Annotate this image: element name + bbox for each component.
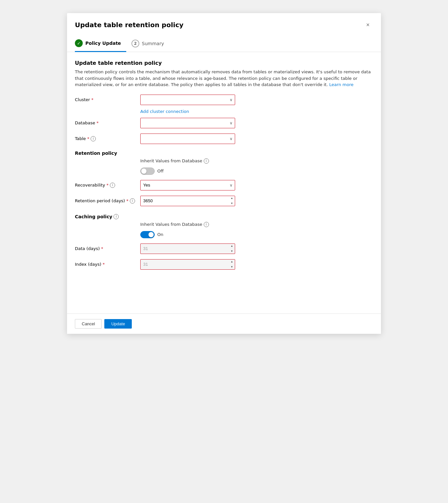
retention-inherit-label: Inherit Values from Database i — [140, 158, 209, 164]
dialog: Update table retention policy × ✓ Policy… — [67, 13, 381, 334]
retention-policy-section: Retention policy Inherit Values from Dat… — [75, 151, 373, 206]
table-dropdown-wrapper: ∨ — [140, 134, 235, 144]
data-days-spinners: ▲ ▼ — [230, 243, 234, 254]
add-cluster-link[interactable]: Add cluster connection — [140, 109, 189, 114]
retention-title-row: Retention policy — [75, 151, 373, 156]
caching-policy-title: Caching policy i — [75, 214, 140, 219]
caching-inherit-info-icon: i — [204, 222, 209, 227]
step-summary-num: 2 — [131, 40, 139, 47]
cluster-row: Cluster * ∨ — [75, 95, 373, 105]
retention-toggle-label: Off — [157, 169, 164, 173]
dialog-title: Update table retention policy — [75, 21, 183, 29]
caching-toggle-track[interactable] — [140, 231, 155, 238]
index-days-row: Index (days) * ▲ ▼ — [75, 259, 373, 270]
retention-period-wrapper: ▲ ▼ — [140, 196, 235, 206]
retention-inherit-row: Inherit Values from Database i — [75, 158, 373, 164]
step-policy-update[interactable]: ✓ Policy Update — [75, 35, 126, 52]
table-required: * — [87, 136, 90, 141]
data-days-input[interactable] — [140, 243, 235, 254]
database-row: Database * ∨ — [75, 118, 373, 128]
wizard-steps: ✓ Policy Update 2 Summary — [67, 35, 381, 52]
caching-title-row: Caching policy i — [75, 214, 373, 219]
update-button[interactable]: Update — [104, 319, 132, 329]
caching-inherit-row: Inherit Values from Database i — [75, 222, 373, 227]
index-days-wrapper: ▲ ▼ — [140, 259, 235, 270]
caching-toggle-row: On — [75, 231, 373, 238]
retention-period-input[interactable] — [140, 196, 235, 206]
add-cluster-row: Add cluster connection — [75, 108, 373, 114]
retention-toggle-track[interactable] — [140, 168, 155, 175]
index-days-required: * — [103, 262, 105, 267]
learn-more-link[interactable]: Learn more — [329, 82, 353, 87]
retention-period-label: Retention period (days) * i — [75, 198, 140, 204]
table-info-icon: i — [91, 136, 96, 141]
retention-toggle-row: Off — [75, 168, 373, 175]
step-check-icon: ✓ — [75, 39, 83, 47]
retention-period-required: * — [126, 198, 129, 203]
cancel-button[interactable]: Cancel — [75, 319, 102, 329]
index-days-input[interactable] — [140, 259, 235, 270]
retention-period-up[interactable]: ▲ — [230, 196, 234, 201]
recoverability-dropdown-wrapper: Yes ∨ — [140, 180, 235, 190]
retention-period-info-icon: i — [130, 198, 135, 204]
retention-toggle[interactable] — [140, 168, 155, 175]
cluster-label: Cluster * — [75, 97, 140, 102]
table-row: Table * i ∨ — [75, 134, 373, 144]
caching-inherit-label: Inherit Values from Database i — [140, 222, 209, 227]
cluster-dropdown-wrapper: ∨ — [140, 95, 235, 105]
table-input[interactable] — [140, 134, 235, 144]
recoverability-info-icon: i — [110, 183, 115, 188]
database-required: * — [96, 120, 99, 125]
content: Update table retention policy The retent… — [67, 52, 381, 270]
index-days-up: ▲ — [230, 259, 234, 264]
dialog-footer: Cancel Update — [67, 314, 381, 334]
data-days-label: Data (days) * — [75, 246, 140, 251]
retention-period-spinners: ▲ ▼ — [230, 196, 234, 206]
data-days-wrapper: ▲ ▼ — [140, 243, 235, 254]
cluster-required: * — [91, 97, 94, 102]
step-summary-label: Summary — [142, 41, 164, 46]
retention-period-down[interactable]: ▼ — [230, 201, 234, 206]
caching-policy-info-icon: i — [113, 214, 119, 219]
database-dropdown-wrapper: ∨ — [140, 118, 235, 128]
caching-toggle-label: On — [157, 232, 163, 237]
data-days-up: ▲ — [230, 243, 234, 249]
index-days-label: Index (days) * — [75, 262, 140, 267]
index-days-down: ▼ — [230, 264, 234, 270]
data-days-required: * — [101, 246, 103, 251]
index-days-spinners: ▲ ▼ — [230, 259, 234, 270]
close-button[interactable]: × — [363, 20, 373, 30]
data-days-row: Data (days) * ▲ ▼ — [75, 243, 373, 254]
recoverability-row: Recoverability * i Yes ∨ — [75, 180, 373, 190]
content-section-title: Update table retention policy — [75, 60, 373, 66]
caching-policy-section: Caching policy i Inherit Values from Dat… — [75, 214, 373, 270]
step-policy-update-label: Policy Update — [85, 41, 121, 46]
retention-policy-title: Retention policy — [75, 151, 140, 156]
table-label: Table * i — [75, 136, 140, 141]
caching-toggle[interactable] — [140, 231, 155, 238]
retention-period-row: Retention period (days) * i ▲ ▼ — [75, 196, 373, 206]
database-label: Database * — [75, 120, 140, 125]
content-description: The retention policy controls the mechan… — [75, 69, 373, 88]
dialog-header: Update table retention policy × — [67, 13, 381, 35]
retention-inherit-info-icon: i — [204, 158, 209, 164]
cluster-input[interactable] — [140, 95, 235, 105]
data-days-down: ▼ — [230, 249, 234, 254]
recoverability-input[interactable]: Yes — [140, 180, 235, 190]
caching-toggle-thumb — [148, 232, 154, 237]
step-summary[interactable]: 2 Summary — [126, 36, 169, 51]
database-input[interactable] — [140, 118, 235, 128]
recoverability-required: * — [106, 183, 109, 188]
retention-toggle-thumb — [141, 169, 146, 174]
recoverability-label: Recoverability * i — [75, 183, 140, 188]
